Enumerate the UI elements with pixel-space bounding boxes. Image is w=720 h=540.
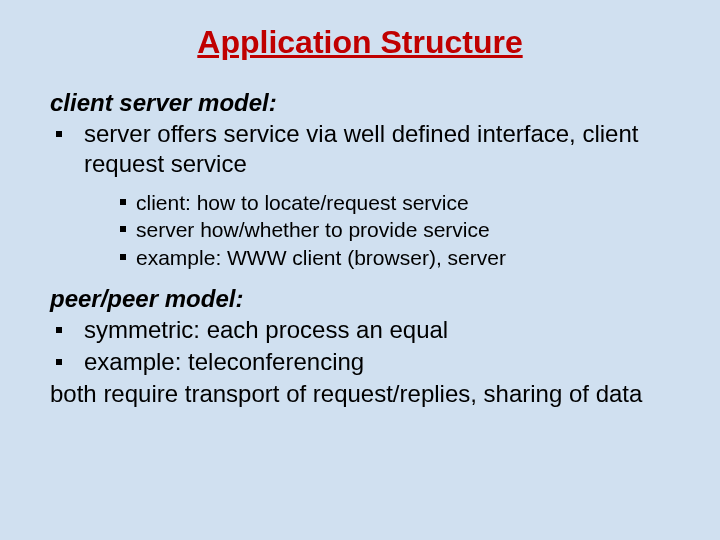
sub-bullet-text: server how/whether to provide service (136, 216, 490, 243)
sub-bullet-item: server how/whether to provide service (120, 216, 670, 243)
bullet-text: server offers service via well defined i… (84, 119, 670, 179)
bullet-icon (120, 199, 126, 205)
sub-bullet-list: client: how to locate/request service se… (120, 189, 670, 271)
bullet-text: example: teleconferencing (84, 347, 670, 377)
bullet-text: symmetric: each process an equal (84, 315, 670, 345)
sub-bullet-text: example: WWW client (browser), server (136, 244, 506, 271)
sub-bullet-text: client: how to locate/request service (136, 189, 469, 216)
slide: Application Structure client server mode… (0, 0, 720, 429)
bullet-item: symmetric: each process an equal (50, 315, 670, 345)
section-heading-peer-peer: peer/peer model: (50, 285, 670, 313)
slide-title: Application Structure (50, 24, 670, 61)
bullet-icon (120, 254, 126, 260)
section-heading-client-server: client server model: (50, 89, 670, 117)
bullet-icon (56, 131, 62, 137)
bullet-item: server offers service via well defined i… (50, 119, 670, 179)
bullet-icon (56, 359, 62, 365)
closing-text: both require transport of request/replie… (50, 379, 670, 409)
bullet-item: example: teleconferencing (50, 347, 670, 377)
bullet-icon (120, 226, 126, 232)
sub-bullet-item: example: WWW client (browser), server (120, 244, 670, 271)
bullet-icon (56, 327, 62, 333)
sub-bullet-item: client: how to locate/request service (120, 189, 670, 216)
